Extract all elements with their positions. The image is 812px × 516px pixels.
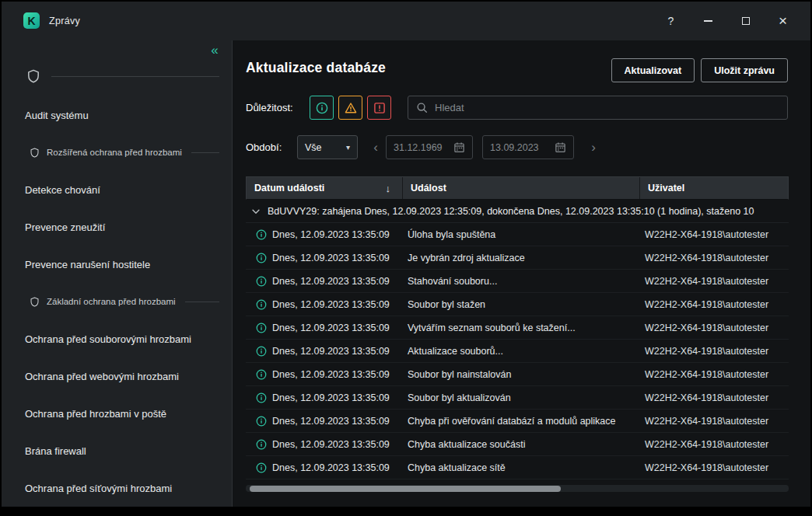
table-row[interactable]: Dnes, 12.09.2023 13:35:09 Soubor byl sta… <box>246 293 789 316</box>
maximize-button[interactable] <box>733 9 758 33</box>
event-date: Dnes, 12.09.2023 13:35:09 <box>272 462 390 473</box>
event-text: Je vybrán zdroj aktualizace <box>401 246 639 269</box>
table-row[interactable]: Dnes, 12.09.2023 13:35:09 Chyba aktualiz… <box>246 456 789 479</box>
event-user: W22H2-X64-1918\autotester <box>639 386 789 409</box>
main-panel: Aktualizace databáze Aktualizovat Uložit… <box>232 40 810 507</box>
event-text: Soubor byl aktualizován <box>401 386 639 409</box>
shield-icon <box>26 69 40 83</box>
info-icon <box>256 462 267 473</box>
event-user: W22H2-X64-1918\autotester <box>639 246 789 269</box>
next-period-button[interactable]: › <box>583 140 604 155</box>
divider <box>185 302 219 302</box>
table-row[interactable]: Dnes, 12.09.2023 13:35:09 Chyba aktualiz… <box>246 433 789 456</box>
event-user: W22H2-X64-1918\autotester <box>639 456 789 479</box>
sort-descending-icon: ↓ <box>386 183 391 194</box>
table-row[interactable]: Dnes, 12.09.2023 13:35:09 Soubor byl akt… <box>246 386 789 410</box>
info-icon <box>256 276 267 287</box>
task-group-summary: BdUVVY29: zahájena Dnes, 12.09.2023 12:3… <box>268 206 754 217</box>
event-date: Dnes, 12.09.2023 13:35:09 <box>272 392 390 403</box>
period-label: Období: <box>246 141 297 153</box>
critical-icon <box>373 102 386 114</box>
sidebar-item-detekce-chovani[interactable]: Detekce chování <box>2 171 232 208</box>
divider <box>191 152 219 153</box>
column-header-event[interactable]: Událost <box>402 177 639 199</box>
chevron-down-icon <box>250 206 261 217</box>
importance-filter-row: Důležitost: <box>246 96 788 120</box>
save-report-button[interactable]: Uložit zprávu <box>701 58 788 82</box>
event-user: W22H2-X64-1918\autotester <box>639 223 789 246</box>
shield-icon <box>30 297 40 307</box>
close-button[interactable]: × <box>771 9 795 33</box>
warning-filter-button[interactable] <box>338 96 362 120</box>
kaspersky-logo-icon: K <box>23 12 40 29</box>
horizontal-scrollbar-thumb[interactable] <box>250 486 561 492</box>
sidebar-item-ochrana-souborove-hrozby[interactable]: Ochrana před souborovými hrozbami <box>2 320 232 357</box>
event-text: Soubor byl stažen <box>401 293 639 316</box>
search-box[interactable] <box>408 96 788 120</box>
table-row[interactable]: Dnes, 12.09.2023 13:35:09 Vytvářím sezna… <box>246 316 789 340</box>
info-icon <box>256 392 267 403</box>
table-row[interactable]: Dnes, 12.09.2023 13:35:09 Aktualizace so… <box>246 340 789 363</box>
horizontal-scrollbar[interactable] <box>246 485 789 492</box>
column-header-date-label: Datum události <box>254 183 324 194</box>
date-from-value: 31.12.1969 <box>394 142 443 153</box>
sidebar-item-ochrana-sitove-hrozby[interactable]: Ochrana před síťovými hrozbami <box>2 469 232 507</box>
warning-icon <box>345 102 357 114</box>
task-group-row[interactable]: BdUVVY29: zahájena Dnes, 12.09.2023 12:3… <box>246 200 789 223</box>
event-user: W22H2-X64-1918\autotester <box>639 363 789 385</box>
sidebar-item-prevence-naruseni-hostitele[interactable]: Prevence narušení hostitele <box>2 246 232 283</box>
period-select[interactable]: Vše ▾ <box>297 135 358 159</box>
event-text: Chyba aktualizace sítě <box>401 456 639 479</box>
event-date: Dnes, 12.09.2023 13:35:09 <box>272 253 390 263</box>
info-filter-button[interactable] <box>310 96 334 120</box>
table-header: Datum události ↓ Událost Uživatel <box>246 176 789 200</box>
app-window: K Zprávy ? × « Audit systému Rozšířená o… <box>2 2 810 507</box>
sidebar-section-label: Rozšířená ochrana před hrozbami <box>47 148 182 157</box>
sidebar-section-rozsirena-ochrana: Rozšířená ochrana před hrozbami <box>2 134 232 171</box>
minimize-button[interactable] <box>696 9 720 33</box>
event-text: Úloha byla spuštěna <box>401 223 639 246</box>
date-from-field[interactable]: 31.12.1969 <box>386 135 473 159</box>
date-to-field[interactable]: 13.09.2023 <box>482 135 574 159</box>
sidebar-item-ochrana-hrozby-v-poste[interactable]: Ochrana před hrozbami v poště <box>2 395 232 432</box>
table-row[interactable]: Dnes, 12.09.2023 13:35:09 Úloha byla spu… <box>246 223 789 246</box>
sidebar-item-audit-systemu[interactable]: Audit systému <box>2 96 232 134</box>
window-controls: ? × <box>659 9 795 33</box>
page-title: Aktualizace databáze <box>246 60 386 76</box>
info-icon <box>256 439 267 450</box>
title-bar: K Zprávy ? × <box>2 2 810 40</box>
table-row[interactable]: Dnes, 12.09.2023 13:35:09 Stahování soub… <box>246 270 789 293</box>
column-header-user[interactable]: Uživatel <box>639 177 788 199</box>
previous-period-button[interactable]: ‹ <box>366 140 386 155</box>
table-row[interactable]: Dnes, 12.09.2023 13:35:09 Soubor byl nai… <box>246 363 789 386</box>
importance-label: Důležitost: <box>246 102 310 113</box>
info-icon <box>256 346 267 357</box>
sidebar-collapse-button[interactable]: « <box>205 41 224 60</box>
event-date: Dnes, 12.09.2023 13:35:09 <box>272 229 390 240</box>
help-button[interactable]: ? <box>659 9 683 33</box>
update-button[interactable]: Aktualizovat <box>611 58 695 82</box>
info-icon <box>256 253 267 263</box>
event-date: Dnes, 12.09.2023 13:35:09 <box>272 346 390 357</box>
date-to-value: 13.09.2023 <box>490 142 539 153</box>
info-icon <box>256 299 267 310</box>
column-header-date[interactable]: Datum události ↓ <box>247 177 402 199</box>
table-row[interactable]: Dnes, 12.09.2023 13:35:09 Je vybrán zdro… <box>246 246 789 270</box>
info-icon <box>256 369 267 380</box>
sidebar-item-ochrana-webove-hrozby[interactable]: Ochrana před webovými hrozbami <box>2 357 232 395</box>
event-text: Aktualizace souborů... <box>401 340 639 362</box>
event-date: Dnes, 12.09.2023 13:35:09 <box>272 416 390 427</box>
shield-icon <box>30 148 40 158</box>
event-text: Stahování souboru... <box>401 270 639 292</box>
event-user: W22H2-X64-1918\autotester <box>639 316 789 339</box>
event-date: Dnes, 12.09.2023 13:35:09 <box>272 299 390 310</box>
critical-filter-button[interactable] <box>367 96 391 120</box>
info-icon <box>256 322 267 333</box>
search-input[interactable] <box>435 102 779 113</box>
top-actions: Aktualizovat Uložit zprávu <box>611 58 788 82</box>
calendar-icon <box>555 141 566 153</box>
search-icon <box>416 102 428 113</box>
sidebar-item-prevence-zneuziti[interactable]: Prevence zneužití <box>2 208 232 246</box>
table-row[interactable]: Dnes, 12.09.2023 13:35:09 Chyba při ověř… <box>246 410 789 433</box>
sidebar-item-brana-firewall[interactable]: Brána firewall <box>2 432 232 469</box>
